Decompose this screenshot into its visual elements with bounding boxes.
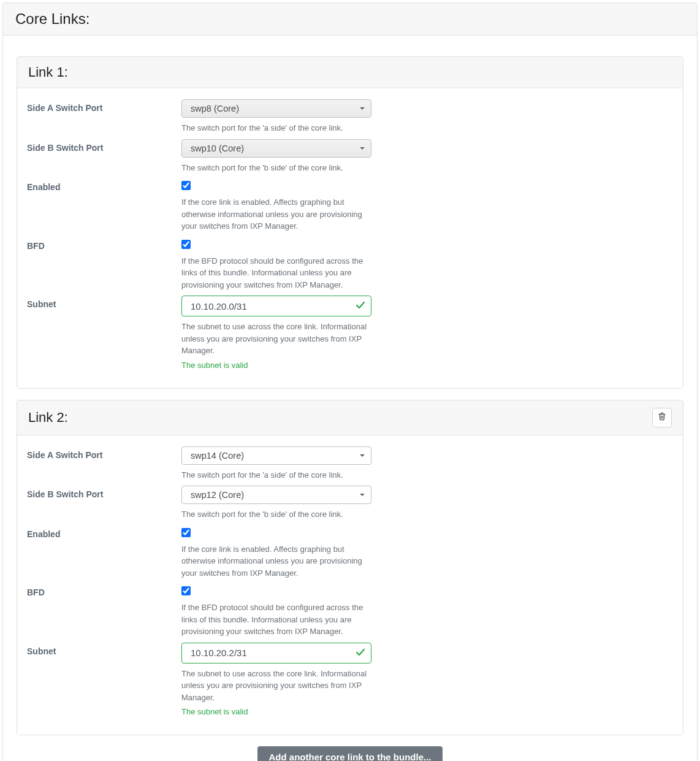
enabled-checkbox[interactable] bbox=[181, 528, 191, 537]
bfd-checkbox[interactable] bbox=[181, 240, 191, 249]
row-side-a: Side A Switch Port swp14 (Core) The swit… bbox=[27, 446, 673, 481]
bfd-label: BFD bbox=[27, 241, 45, 251]
side-a-value: swp14 (Core) bbox=[191, 451, 244, 461]
label-col: Enabled bbox=[27, 178, 181, 232]
control-col: swp10 (Core) The switch port for the 'b … bbox=[181, 139, 371, 174]
core-links-header: Core Links: bbox=[3, 3, 697, 36]
side-a-label: Side A Switch Port bbox=[27, 103, 102, 113]
subnet-help: The subnet to use across the core link. … bbox=[181, 668, 371, 704]
label-col: Side B Switch Port bbox=[27, 139, 181, 174]
side-b-help: The switch port for the 'b side' of the … bbox=[181, 162, 371, 174]
side-a-label: Side A Switch Port bbox=[27, 450, 102, 460]
link-panel-1: Link 1: Side A Switch Port swp8 (Core) T… bbox=[17, 56, 683, 389]
core-links-body: Link 1: Side A Switch Port swp8 (Core) T… bbox=[3, 36, 697, 761]
subnet-input-wrap bbox=[181, 296, 371, 316]
control-col: The subnet to use across the core link. … bbox=[181, 296, 371, 370]
row-enabled: Enabled If the core link is enabled. Aff… bbox=[27, 178, 673, 232]
row-side-a: Side A Switch Port swp8 (Core) The switc… bbox=[27, 99, 673, 134]
subnet-input-wrap bbox=[181, 643, 371, 663]
side-b-label: Side B Switch Port bbox=[27, 489, 103, 499]
row-enabled: Enabled If the core link is enabled. Aff… bbox=[27, 526, 673, 579]
core-links-title: Core Links: bbox=[15, 10, 89, 28]
chevron-down-icon bbox=[360, 107, 365, 110]
row-subnet: Subnet The subnet to use across the core… bbox=[27, 643, 673, 717]
subnet-label: Subnet bbox=[27, 299, 56, 309]
side-a-select[interactable]: swp8 (Core) bbox=[181, 99, 371, 118]
side-b-label: Side B Switch Port bbox=[27, 143, 103, 153]
control-col: swp12 (Core) The switch port for the 'b … bbox=[181, 486, 371, 521]
bfd-label: BFD bbox=[27, 587, 45, 597]
bfd-help: If the BFD protocol should be configured… bbox=[181, 602, 371, 638]
core-links-panel: Core Links: Link 1: Side A Switch Port s… bbox=[2, 2, 698, 761]
control-col: swp8 (Core) The switch port for the 'a s… bbox=[181, 99, 371, 134]
row-side-b: Side B Switch Port swp12 (Core) The swit… bbox=[27, 486, 673, 521]
subnet-help: The subnet to use across the core link. … bbox=[181, 321, 371, 357]
label-col: Side A Switch Port bbox=[27, 99, 181, 134]
side-a-help: The switch port for the 'a side' of the … bbox=[181, 469, 371, 481]
subnet-input[interactable] bbox=[181, 296, 371, 316]
link-2-header: Link 2: bbox=[17, 400, 683, 435]
label-col: BFD bbox=[27, 237, 181, 291]
label-col: Side A Switch Port bbox=[27, 446, 181, 481]
delete-link-button[interactable] bbox=[652, 408, 672, 427]
enabled-help: If the core link is enabled. Affects gra… bbox=[181, 543, 371, 579]
side-b-value: swp12 (Core) bbox=[191, 490, 244, 500]
row-subnet: Subnet The subnet to use across the core… bbox=[27, 296, 673, 370]
control-col: If the BFD protocol should be configured… bbox=[181, 584, 371, 638]
label-col: BFD bbox=[27, 584, 181, 638]
control-col: If the core link is enabled. Affects gra… bbox=[181, 178, 371, 232]
trash-icon bbox=[658, 412, 666, 423]
control-col: If the BFD protocol should be configured… bbox=[181, 237, 371, 291]
check-icon bbox=[356, 647, 365, 659]
link-1-header: Link 1: bbox=[17, 57, 683, 88]
side-b-select[interactable]: swp10 (Core) bbox=[181, 139, 371, 158]
chevron-down-icon bbox=[360, 454, 365, 457]
link-1-title: Link 1: bbox=[28, 64, 68, 80]
side-b-select[interactable]: swp12 (Core) bbox=[181, 486, 371, 504]
check-icon bbox=[356, 300, 365, 312]
label-col: Side B Switch Port bbox=[27, 486, 181, 521]
row-side-b: Side B Switch Port swp10 (Core) The swit… bbox=[27, 139, 673, 174]
subnet-label: Subnet bbox=[27, 646, 56, 656]
link-panel-2: Link 2: Side A Switch Port bbox=[17, 400, 683, 736]
chevron-down-icon bbox=[360, 494, 365, 496]
side-a-help: The switch port for the 'a side' of the … bbox=[181, 122, 371, 134]
label-col: Subnet bbox=[27, 296, 181, 370]
link-2-title: Link 2: bbox=[28, 410, 68, 426]
bfd-help: If the BFD protocol should be configured… bbox=[181, 255, 371, 291]
enabled-label: Enabled bbox=[27, 182, 60, 192]
chevron-down-icon bbox=[360, 147, 365, 150]
link-2-body: Side A Switch Port swp14 (Core) The swit… bbox=[17, 435, 683, 735]
enabled-checkbox[interactable] bbox=[181, 181, 191, 190]
link-1-body: Side A Switch Port swp8 (Core) The switc… bbox=[17, 88, 683, 388]
enabled-label: Enabled bbox=[27, 529, 60, 539]
side-b-value: swp10 (Core) bbox=[191, 143, 244, 153]
label-col: Subnet bbox=[27, 643, 181, 717]
control-col: swp14 (Core) The switch port for the 'a … bbox=[181, 446, 371, 481]
subnet-input[interactable] bbox=[181, 643, 371, 663]
control-col: If the core link is enabled. Affects gra… bbox=[181, 526, 371, 579]
subnet-valid: The subnet is valid bbox=[181, 361, 371, 370]
control-col: The subnet to use across the core link. … bbox=[181, 643, 371, 717]
subnet-valid: The subnet is valid bbox=[181, 707, 371, 716]
bfd-checkbox[interactable] bbox=[181, 586, 191, 595]
enabled-help: If the core link is enabled. Affects gra… bbox=[181, 196, 371, 232]
side-a-value: swp8 (Core) bbox=[191, 104, 239, 113]
side-a-select[interactable]: swp14 (Core) bbox=[181, 446, 371, 465]
add-core-link-button[interactable]: Add another core link to the bundle... bbox=[257, 746, 442, 761]
row-bfd: BFD If the BFD protocol should be config… bbox=[27, 237, 673, 291]
row-bfd: BFD If the BFD protocol should be config… bbox=[27, 584, 673, 638]
label-col: Enabled bbox=[27, 526, 181, 579]
side-b-help: The switch port for the 'b side' of the … bbox=[181, 508, 371, 521]
